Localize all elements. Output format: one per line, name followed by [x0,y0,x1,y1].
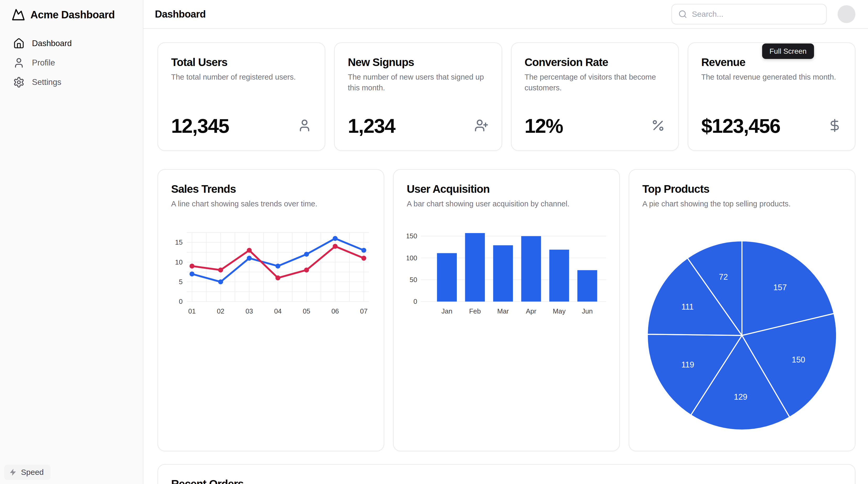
svg-text:Apr: Apr [526,308,536,315]
chart-title: Top Products [642,183,842,195]
svg-text:100: 100 [407,254,417,262]
svg-text:10: 10 [175,258,183,266]
stat-value: 12,345 [171,115,229,137]
svg-text:0: 0 [179,298,182,305]
user-acquisition-card: User Acquisition A bar chart showing use… [393,169,620,451]
gear-icon [13,76,25,88]
svg-text:129: 129 [734,393,747,402]
search-icon [678,10,687,19]
brand: Acme Dashboard [11,8,136,22]
sidebar-item-profile[interactable]: Profile [11,55,136,71]
sidebar-item-label: Dashboard [32,39,72,48]
stat-value: 1,234 [348,115,395,137]
svg-text:03: 03 [246,308,253,315]
dashboard-content: Total Users The total number of register… [143,29,868,484]
svg-text:Jan: Jan [441,308,452,315]
brand-name: Acme Dashboard [30,9,115,21]
search-input[interactable] [672,4,827,24]
charts-grid: Sales Trends A line chart showing sales … [157,169,856,446]
chart-description: A bar chart showing user acquisition by … [407,198,606,209]
svg-text:72: 72 [719,272,728,282]
svg-text:50: 50 [410,276,417,283]
stat-card-new-signups: New Signups The number of new users that… [334,42,502,151]
stat-description: The total revenue generated this month. [701,72,842,83]
sidebar-item-label: Profile [32,58,55,68]
sales-trends-card: Sales Trends A line chart showing sales … [157,169,384,451]
stat-description: The total number of registered users. [171,72,312,83]
stat-description: The number of new users that signed up t… [348,72,488,93]
svg-text:5: 5 [179,278,182,286]
stat-description: The percentage of visitors that become c… [525,72,665,93]
stat-title: Total Users [171,56,312,69]
svg-text:07: 07 [360,308,368,315]
user-icon [298,118,312,134]
app-root: Acme Dashboard Dashboard Profile [0,0,868,484]
top-products-pie-chart: 15715012911911172 [642,213,842,438]
sidebar-item-settings[interactable]: Settings [11,74,136,91]
user-plus-icon [474,118,489,134]
svg-text:15: 15 [175,239,183,246]
svg-text:111: 111 [681,302,694,312]
svg-text:150: 150 [792,355,805,364]
sidebar-item-label: Settings [32,77,61,87]
svg-text:157: 157 [773,283,787,292]
stat-value: $123,456 [701,115,780,137]
stats-grid: Total Users The total number of register… [157,42,856,151]
svg-text:150: 150 [407,233,417,240]
search-box [672,4,827,24]
svg-text:05: 05 [303,308,310,315]
svg-text:Mar: Mar [497,308,509,315]
avatar[interactable] [838,5,856,23]
lightning-icon [9,468,17,476]
svg-text:01: 01 [188,308,196,315]
page-title: Dashboard [155,9,206,20]
top-products-card: Top Products A pie chart showing the top… [629,169,856,451]
full-screen-tooltip: Full Screen [762,43,814,59]
stat-value: 12% [525,115,563,137]
percent-icon [651,118,665,134]
svg-text:06: 06 [331,308,339,315]
svg-text:Feb: Feb [469,308,481,315]
recent-orders-card: Recent Orders [157,464,856,484]
stat-title: New Signups [348,56,488,69]
sidebar-item-dashboard[interactable]: Dashboard [11,35,136,52]
recent-orders-title: Recent Orders [171,478,842,484]
speed-insights-badge[interactable]: Speed [4,464,51,480]
svg-text:Jun: Jun [582,308,593,315]
svg-text:0: 0 [413,298,417,305]
chart-description: A pie chart showing the top selling prod… [642,198,842,209]
speed-label: Speed [21,468,44,477]
user-icon [13,57,25,69]
svg-text:May: May [553,308,565,315]
stat-card-total-users: Total Users The total number of register… [157,42,325,151]
svg-text:119: 119 [681,360,694,369]
header: Dashboard [143,0,868,29]
user-acquisition-bar-chart: 050100150JanFebMarAprMayJun [407,230,606,318]
stat-card-conversion-rate: Conversion Rate The percentage of visito… [511,42,679,151]
dollar-icon [828,118,842,134]
chart-description: A line chart showing sales trends over t… [171,198,371,209]
sales-trends-line-chart: 05101501020304050607 [171,230,371,318]
home-icon [13,38,25,49]
svg-text:04: 04 [274,308,282,315]
chart-title: Sales Trends [171,183,371,195]
stat-title: Conversion Rate [525,56,665,69]
chart-title: User Acquisition [407,183,606,195]
mountain-logo-icon [11,8,25,22]
main-area: Dashboard Total Users The total number o… [143,0,868,484]
sidebar-nav: Dashboard Profile Settings [11,35,136,91]
sidebar: Acme Dashboard Dashboard Profile [0,0,143,484]
svg-text:02: 02 [217,308,224,315]
